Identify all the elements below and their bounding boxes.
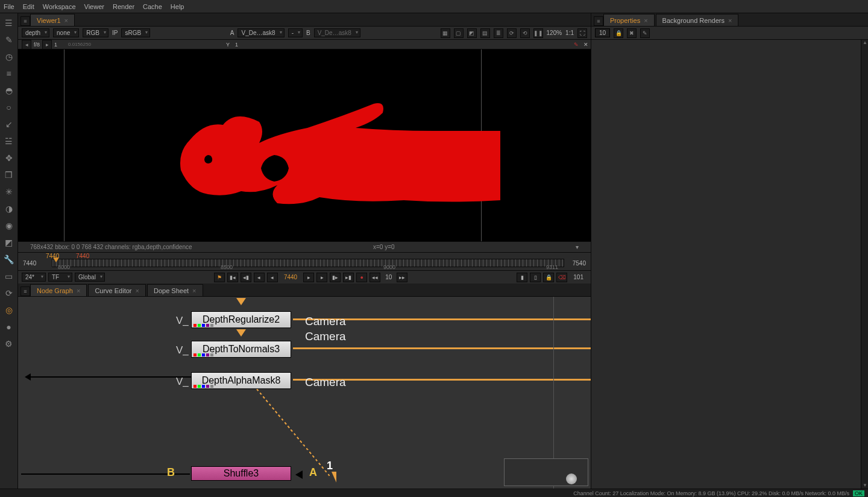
fullscreen-icon[interactable]: ⛶ [577,28,587,38]
tool-wrench-icon[interactable]: 🔧 [3,253,15,265]
range-a-icon[interactable]: ▮ [517,273,527,282]
menu-workspace[interactable]: Workspace [43,3,76,10]
tab-curve-editor[interactable]: Curve Editor× [88,284,146,296]
roi-icon[interactable]: ▢ [454,28,464,38]
lock-props-icon[interactable]: 🔒 [614,28,623,38]
channel-dropdown[interactable]: depth [22,28,49,37]
tool-refresh-icon[interactable]: ⟳ [3,287,15,299]
skip-fwd-icon[interactable]: ▸▸ [397,273,407,282]
properties-count[interactable]: 10 [595,28,610,37]
fps-dropdown[interactable]: 24* [22,273,46,282]
play-back-icon[interactable]: ◂ [267,273,278,282]
zoom-ratio[interactable]: 1:1 [565,30,574,36]
minimap[interactable] [504,458,588,486]
tf-dropdown[interactable]: TF [48,273,72,282]
scope-dropdown[interactable]: Global [75,273,105,282]
layer-dropdown[interactable]: none [53,28,79,37]
zoom-value[interactable]: 120% [547,30,562,36]
first-frame-icon[interactable]: ▮◂ [227,273,238,282]
scroll-down-icon[interactable]: ▼ [862,483,868,489]
lines-icon[interactable]: ≣ [494,28,503,38]
menu-file[interactable]: File [4,3,14,10]
timeline[interactable]: 7440 7440 7440 8000 8500 9000 9311 7540 [18,252,591,270]
node-graph[interactable]: V_ DepthRegularize2 Camera Camera V_ Dep… [18,297,591,489]
current-frame[interactable]: 7440 [280,274,301,280]
viewport[interactable] [18,49,591,241]
viewer-tab-menu-icon[interactable]: ≡ [20,16,30,26]
timeline-start-field[interactable]: 7440 [23,260,36,267]
viewer-ruler[interactable]: ◂ f/8 ▸ 1 0.0156250 Y 1 ✎ ✕ [18,40,591,49]
lower-tab-menu-icon[interactable]: ≡ [20,286,30,296]
frame-step[interactable]: 10 [383,274,394,280]
pause-icon[interactable]: ❚❚ [533,28,543,38]
tool-eye-icon[interactable]: ◉ [3,220,15,232]
tool-spiral-icon[interactable]: ◎ [3,304,15,316]
clear-cache-icon[interactable]: ⌫ [556,273,567,282]
skip-back-icon[interactable]: ◂◂ [370,273,380,282]
info-dropdown-icon[interactable]: ▾ [576,244,579,250]
tab-properties[interactable]: Properties× [603,14,655,26]
tool-circle-icon[interactable]: ○ [3,101,15,113]
tool-settings-icon[interactable]: ⚙ [3,338,15,350]
tool-brush-icon[interactable]: ✎ [3,34,15,46]
tool-contrast-icon[interactable]: ◑ [3,203,15,215]
menu-viewer[interactable]: Viewer [84,3,104,10]
refresh-icon[interactable]: ⟳ [507,28,517,38]
last-frame-icon[interactable]: ▸▮ [343,273,354,282]
tool-list-icon[interactable]: ≡ [3,68,15,80]
node-depth-alpha-mask[interactable]: DepthAlphaMask8 [191,372,291,389]
record-icon[interactable]: ✎ [574,42,579,48]
colorspace-dropdown[interactable]: sRGB [121,28,150,37]
tool-curve-icon[interactable]: ↙ [3,118,15,130]
edit-props-icon[interactable]: ✎ [640,28,650,38]
clear-props-icon[interactable]: ✖ [627,28,637,38]
input-b-dropdown[interactable]: V_De…ask8 [314,28,360,37]
ip-label[interactable]: IP [112,30,118,36]
tool-snow-icon[interactable]: ✳ [3,186,15,198]
menu-help[interactable]: Help [171,3,184,10]
record-frame-icon[interactable]: ● [356,273,367,282]
overlay-icon[interactable]: ▦ [441,28,450,38]
input-a-dropdown[interactable]: V_De…ask8 [237,28,284,37]
tool-clock-icon[interactable]: ◷ [3,51,15,63]
close-icon[interactable]: × [136,287,139,294]
right-tab-menu-icon[interactable]: ≡ [594,16,603,26]
range-b-icon[interactable]: ▯ [530,273,541,282]
close-icon[interactable]: × [77,287,80,294]
update-icon[interactable]: ⟲ [520,28,530,38]
tool-globe-icon[interactable]: ◓ [3,84,15,97]
tool-layers-icon[interactable]: ☱ [3,135,15,147]
menu-edit[interactable]: Edit [23,3,34,10]
close-icon[interactable]: × [192,287,196,294]
tab-node-graph[interactable]: Node Graph× [30,284,87,296]
lock-icon[interactable]: 🔒 [543,273,554,282]
close-ruler-icon[interactable]: ✕ [583,42,588,48]
wipe-mode-dropdown[interactable]: - [288,28,303,37]
tab-bg-renders[interactable]: Background Renders× [656,14,739,26]
tool-indent-icon[interactable]: ☰ [3,17,15,29]
menu-render[interactable]: Render [113,3,134,10]
tool-move-icon[interactable]: ✥ [3,152,15,164]
node-shuffle[interactable]: Shuffle3 [191,466,291,481]
scroll-up-icon[interactable]: ▲ [862,40,868,46]
tool-card-icon[interactable]: ▭ [3,270,15,282]
clip-icon[interactable]: ◩ [467,28,477,38]
tool-cube-icon[interactable]: ❒ [3,169,15,181]
play-icon[interactable]: ▸ [303,273,314,282]
rgb-dropdown[interactable]: RGB [83,28,108,37]
close-icon[interactable]: × [728,17,732,24]
step-fwd-icon[interactable]: ▸ [316,273,327,282]
timeline-end-field[interactable]: 7540 [573,260,586,267]
menu-cache[interactable]: Cache [143,3,162,10]
proxy-icon[interactable]: ▤ [480,28,490,38]
step-back-icon[interactable]: ◂ [254,273,265,282]
tab-viewer1[interactable]: Viewer1 × [30,14,75,26]
playhead-icon[interactable] [53,258,59,262]
prev-icon[interactable]: ◂ [22,40,31,49]
scrollbar[interactable]: ▲ ▼ [861,40,868,489]
next-key-icon[interactable]: ▮▸ [330,273,341,282]
keyframe-icon[interactable]: ⚑ [214,273,225,282]
close-icon[interactable]: × [64,17,68,24]
prev-key-icon[interactable]: ◂▮ [241,273,251,282]
tool-tag-icon[interactable]: ◩ [3,236,15,248]
